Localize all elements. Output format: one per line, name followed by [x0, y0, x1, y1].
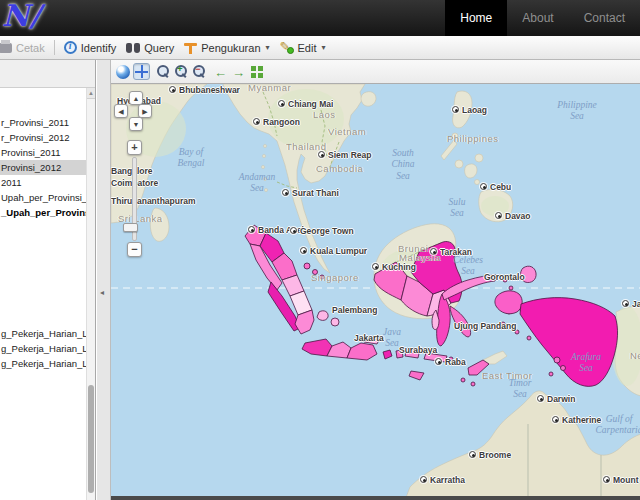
- map-tool-zoom-out-button[interactable]: −: [191, 63, 208, 80]
- map-tool-zoom-box-button[interactable]: [155, 63, 172, 80]
- layer-item[interactable]: _Upah_per_Provinsi_2012: [0, 205, 88, 220]
- pan-up-icon[interactable]: ▲: [129, 91, 143, 105]
- zoom-in-button[interactable]: +: [127, 140, 142, 155]
- app-logo: N/: [2, 0, 40, 33]
- layer-sidebar: r_Provinsi_2011r_Provinsi_2012Provinsi_2…: [0, 60, 96, 500]
- sidebar-header: [0, 60, 95, 88]
- map-tool-zoom-in-button[interactable]: +: [173, 63, 190, 80]
- next-extent-icon: [232, 63, 245, 81]
- layer-item[interactable]: Provinsi_2011: [0, 145, 88, 160]
- webgis-app: N/ HomeAboutContact CetakIdentifyQueryPe…: [0, 0, 640, 500]
- nav-item-contact[interactable]: Contact: [569, 0, 640, 36]
- layer-item[interactable]: g_Pekerja_Harian_Lepas_: [0, 326, 88, 341]
- map-tool-pan-button[interactable]: [133, 63, 150, 80]
- toolbar-button-label: Query: [144, 42, 174, 54]
- chevron-down-icon: ▾: [266, 43, 270, 52]
- nav-item-about[interactable]: About: [507, 0, 568, 36]
- panel-splitter[interactable]: ◂: [97, 60, 110, 500]
- layer-list-bottom: g_Pekerja_Harian_Lepas_g_Pekerja_Harian_…: [0, 326, 88, 371]
- toolbar-separator: [54, 40, 55, 55]
- map-tool-previous-extent-button[interactable]: [212, 63, 229, 80]
- pan-icon: [135, 65, 148, 78]
- cetak-button[interactable]: Cetak: [0, 40, 50, 56]
- pan-left-icon[interactable]: ◀: [114, 104, 128, 118]
- layer-item[interactable]: r_Provinsi_2012: [0, 130, 88, 145]
- pan-down-icon[interactable]: ▼: [129, 117, 143, 131]
- map-tool-google-earth-button[interactable]: [114, 63, 131, 80]
- query-button[interactable]: Query: [121, 40, 179, 56]
- layer-item[interactable]: g_Pekerja_Harian_Lepas_: [0, 341, 88, 356]
- toolbar-button-label: Identify: [81, 42, 116, 54]
- previous-extent-icon: [214, 63, 227, 81]
- layer-item[interactable]: r_Provinsi_2011: [0, 115, 88, 130]
- edit-button[interactable]: Edit▾: [275, 39, 331, 56]
- zoom-out-icon: −: [193, 65, 206, 78]
- scrollbar-thumb[interactable]: [88, 385, 94, 493]
- layer-item[interactable]: g_Pekerja_Harian_Lepas_: [0, 356, 88, 371]
- google-earth-icon: [116, 65, 130, 79]
- ruler-icon: [184, 42, 197, 54]
- info-icon: [64, 41, 77, 54]
- identify-button[interactable]: Identify: [59, 39, 121, 56]
- map-view[interactable]: HyderabadBhubaneshwarChiang MaiRangoonSi…: [111, 84, 640, 500]
- zoom-box-icon: [157, 65, 170, 78]
- toolbar-button-label: Pengukuran: [201, 42, 260, 54]
- map-bottom-edge: [111, 496, 640, 500]
- main-toolbar: CetakIdentifyQueryPengukuran▾Edit▾: [0, 36, 640, 60]
- content: r_Provinsi_2011r_Provinsi_2012Provinsi_2…: [0, 60, 640, 500]
- zoom-in-icon: +: [175, 65, 188, 78]
- layer-list-top: r_Provinsi_2011r_Provinsi_2012Provinsi_2…: [0, 115, 88, 220]
- layer-item[interactable]: Provinsi_2012: [0, 160, 88, 175]
- toolbar-button-label: Edit: [298, 42, 317, 54]
- map-panel: +−: [110, 60, 640, 500]
- zoom-slider-handle[interactable]: [123, 223, 138, 232]
- pencil-icon: [280, 41, 294, 54]
- binoculars-icon: [126, 42, 140, 53]
- map-tool-next-extent-button[interactable]: [230, 63, 247, 80]
- nav-item-home[interactable]: Home: [445, 0, 507, 36]
- printer-icon: [0, 43, 12, 53]
- zoom-out-button[interactable]: −: [127, 242, 142, 257]
- sidebar-scrollbar[interactable]: ▲: [86, 88, 95, 500]
- map-toolbar: +−: [111, 60, 640, 84]
- layer-item[interactable]: 2011: [0, 175, 88, 190]
- map-tool-full-extent-button[interactable]: [248, 63, 265, 80]
- pan-right-icon[interactable]: ▶: [138, 104, 152, 118]
- map-svg: [111, 84, 640, 500]
- scrollbar-up-icon[interactable]: ▲: [87, 88, 95, 99]
- layer-item[interactable]: Upah_per_Provinsi_2011: [0, 190, 88, 205]
- chevron-down-icon: ▾: [322, 43, 326, 52]
- main-nav: HomeAboutContact: [445, 0, 640, 36]
- toolbar-button-label: Cetak: [16, 42, 45, 54]
- header: N/ HomeAboutContact: [0, 0, 640, 36]
- pengukuran-button[interactable]: Pengukuran▾: [179, 40, 274, 56]
- full-extent-icon: [251, 66, 263, 78]
- collapse-panel-icon[interactable]: ◂: [100, 288, 104, 297]
